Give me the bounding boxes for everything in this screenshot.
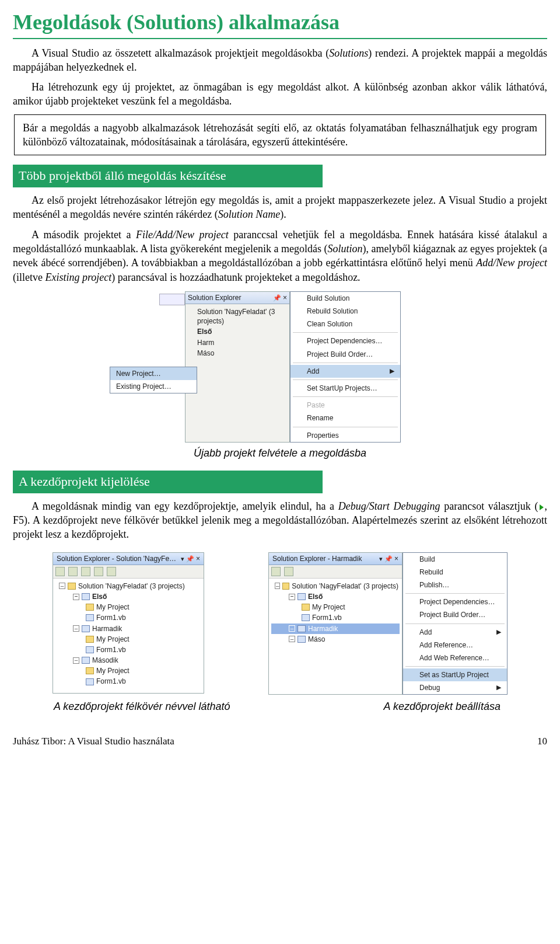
- menu-rebuild[interactable]: Rebuild Solution: [290, 305, 400, 318]
- menu-set-startup[interactable]: Set as StartUp Project: [403, 668, 507, 681]
- paragraph: A második projektet a File/Add/New proje…: [13, 228, 547, 284]
- menu-properties[interactable]: Properties: [290, 429, 400, 442]
- tree-project-elso[interactable]: –Első: [271, 591, 400, 602]
- tree-form[interactable]: Form1.vb: [271, 612, 400, 623]
- toolbar: [53, 565, 204, 579]
- screenshot-startup-project: Solution Explorer - Solution 'NagyFe…▾ 📌…: [13, 552, 547, 695]
- menu-add-reference[interactable]: Add Reference…: [403, 639, 507, 652]
- menu-dependencies[interactable]: Project Dependencies…: [290, 335, 400, 347]
- menu-add[interactable]: Add▶: [403, 626, 507, 639]
- tree-project[interactable]: Máso: [187, 348, 288, 358]
- tree-project-harmadik[interactable]: –Harmadik: [55, 623, 201, 634]
- panel-title: Solution Explorer - Harmadik▾ 📌 ×: [269, 553, 402, 565]
- menu-build-order[interactable]: Project Build Order…: [403, 608, 507, 621]
- tree-my-project[interactable]: My Project: [271, 602, 400, 612]
- play-icon: [540, 504, 544, 510]
- menu-add[interactable]: Add▶: [290, 365, 400, 378]
- page-title: Megoldások (Solutions) alkalmazása: [13, 8, 547, 39]
- tree-project-elso[interactable]: –Első: [55, 591, 201, 602]
- section-heading: A kezdőprojekt kijelölése: [13, 471, 323, 493]
- menu-build-order[interactable]: Project Build Order…: [290, 348, 400, 361]
- screenshot-add-project: Solution Explorer📌 × Solution 'NagyFelad…: [13, 291, 547, 443]
- tree-project-masodik[interactable]: –Második: [55, 655, 201, 666]
- panel-title: Solution Explorer - Solution 'NagyFe…▾ 📌…: [53, 553, 204, 565]
- menu-dependencies[interactable]: Project Dependencies…: [403, 595, 507, 608]
- tree-root[interactable]: Solution 'NagyFeladat' (3 projects): [187, 306, 288, 326]
- menu-rename[interactable]: Rename: [290, 412, 400, 424]
- menu-add-web-reference[interactable]: Add Web Reference…: [403, 652, 507, 664]
- menu-paste: Paste: [290, 399, 400, 412]
- menu-rebuild[interactable]: Rebuild: [403, 566, 507, 579]
- paragraph: A megoldásnak mindig van egy kezdőprojek…: [13, 499, 547, 542]
- tree-project-masodik[interactable]: –Máso: [271, 634, 400, 645]
- menu-existing-project[interactable]: Existing Project…: [110, 380, 197, 393]
- toolbar: [269, 565, 402, 579]
- tree-project[interactable]: Harm: [187, 337, 288, 348]
- tree-my-project[interactable]: My Project: [55, 634, 201, 645]
- menu-startup[interactable]: Set StartUp Projects…: [290, 382, 400, 395]
- figure-captions: A kezdőprojekt félkövér névvel látható A…: [13, 699, 547, 713]
- tree-project-harmadik[interactable]: –Harmadik: [271, 623, 400, 634]
- tree-root[interactable]: –Solution 'NagyFeladat' (3 projects): [271, 581, 400, 591]
- paragraph: A Visual Studio az összetett alkalmazáso…: [13, 46, 547, 75]
- tree-my-project[interactable]: My Project: [55, 666, 201, 676]
- menu-new-project[interactable]: New Project…: [110, 367, 197, 380]
- tree-form[interactable]: Form1.vb: [55, 676, 201, 687]
- menu-build[interactable]: Build: [403, 553, 507, 566]
- paragraph: Ha létrehozunk egy új projektet, az önma…: [13, 80, 547, 109]
- tree-form[interactable]: Form1.vb: [55, 612, 201, 623]
- page-footer: Juhász Tibor: A Visual Studio használata…: [13, 735, 547, 748]
- menu-clean[interactable]: Clean Solution: [290, 318, 400, 330]
- menu-debug[interactable]: Debug▶: [403, 681, 507, 694]
- panel-title: Solution Explorer📌 ×: [186, 292, 289, 304]
- callout-box: Bár a megoldás a nagyobb alkalmazások lé…: [14, 114, 546, 156]
- context-menu: Build Rebuild Publish… Project Dependenc…: [402, 552, 508, 695]
- context-menu: Build Solution Rebuild Solution Clean So…: [290, 291, 401, 443]
- tree-my-project[interactable]: My Project: [55, 602, 201, 612]
- section-heading: Több projektből álló megoldás készítése: [13, 165, 323, 187]
- figure-caption: Újabb projekt felvétele a megoldásba: [13, 446, 547, 460]
- menu-publish[interactable]: Publish…: [403, 579, 507, 591]
- tree-root[interactable]: –Solution 'NagyFeladat' (3 projects): [55, 581, 201, 591]
- tree-project[interactable]: Első: [187, 326, 288, 337]
- menu-build[interactable]: Build Solution: [290, 292, 400, 305]
- paragraph: Az első projekt létrehozásakor létrejön …: [13, 193, 547, 222]
- tree-form[interactable]: Form1.vb: [55, 645, 201, 655]
